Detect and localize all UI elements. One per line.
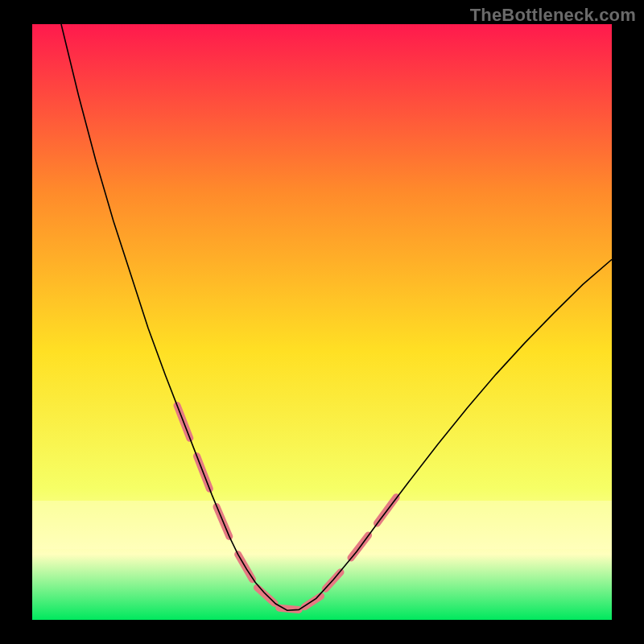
pale-band: [32, 501, 612, 549]
chart-svg: [32, 24, 612, 620]
chart-frame: TheBottleneck.com: [0, 0, 644, 644]
plot-area: [32, 24, 612, 620]
watermark-text: TheBottleneck.com: [470, 5, 636, 26]
